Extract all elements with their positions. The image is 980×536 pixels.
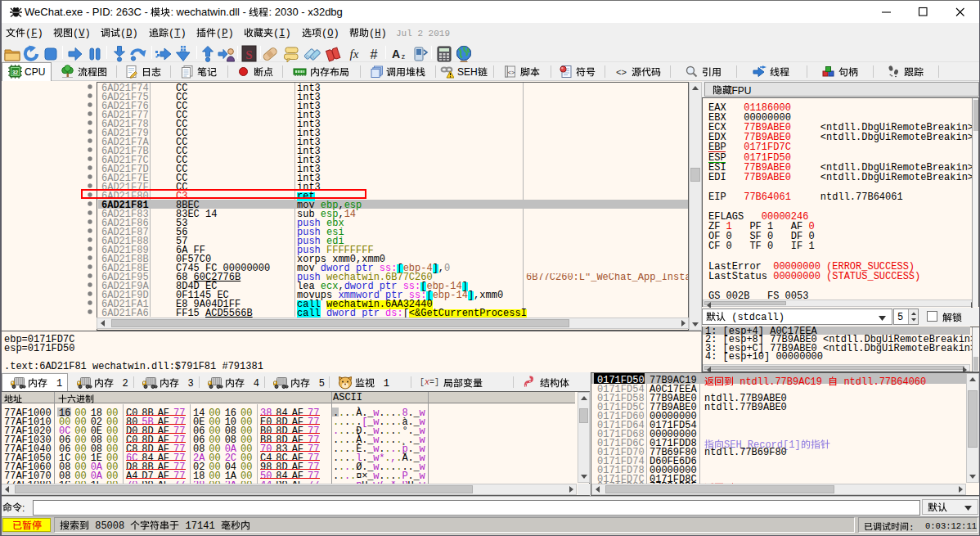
svg-text:<>: <> <box>508 70 515 76</box>
svg-text:#: # <box>371 47 378 61</box>
svg-text:fx: fx <box>350 47 359 61</box>
svg-text:A: A <box>392 47 400 61</box>
svg-text:<>: <> <box>615 68 626 78</box>
svg-text:32: 32 <box>11 70 18 75</box>
svg-text:S: S <box>245 48 252 61</box>
svg-text:z: z <box>402 52 406 61</box>
